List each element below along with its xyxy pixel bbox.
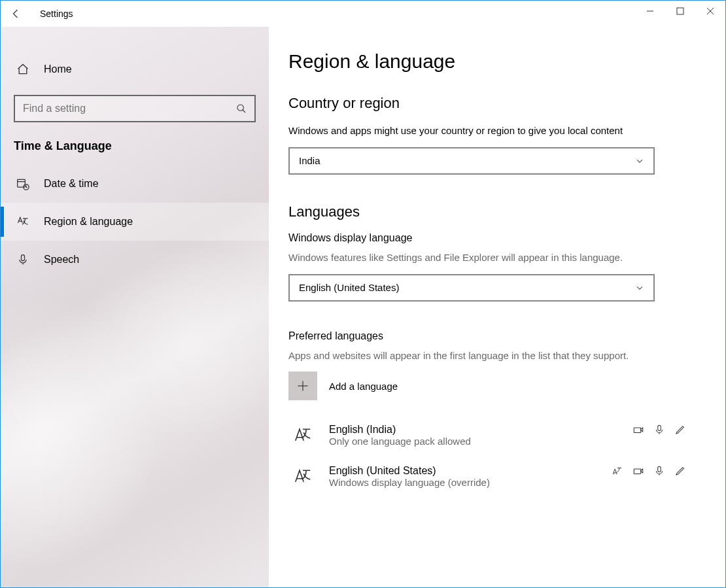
home-icon — [16, 63, 29, 76]
keyboard-feature-icon — [653, 424, 665, 436]
maximize-button[interactable] — [665, 1, 695, 22]
add-language-button[interactable]: Add a language — [288, 372, 686, 400]
country-select[interactable]: India — [288, 147, 655, 175]
display-lang-desc: Windows features like Settings and File … — [288, 251, 655, 265]
search-box[interactable] — [14, 95, 256, 122]
nav-speech[interactable]: Speech — [1, 241, 269, 279]
page-title: Region & language — [288, 50, 686, 73]
language-name: English (India) — [329, 424, 632, 436]
handwriting-feature-icon — [674, 465, 686, 477]
language-item[interactable]: English (India) Only one language pack a… — [288, 419, 686, 460]
minimize-button[interactable] — [635, 1, 665, 22]
handwriting-feature-icon — [674, 424, 686, 436]
nav-label: Speech — [44, 254, 79, 266]
speech-feature-icon — [632, 424, 644, 436]
preferred-lang-label: Preferred languages — [288, 330, 686, 342]
display-feature-icon — [612, 465, 623, 477]
chevron-down-icon — [635, 283, 644, 292]
back-button[interactable] — [1, 1, 32, 27]
svg-rect-14 — [634, 469, 641, 474]
svg-rect-1 — [677, 8, 683, 14]
preferred-lang-desc: Apps and websites will appear in the fir… — [288, 349, 655, 363]
nav-region-language[interactable]: Region & language — [1, 203, 269, 241]
country-value: India — [299, 155, 320, 166]
chevron-down-icon — [635, 156, 644, 165]
search-input[interactable] — [23, 103, 236, 114]
nav-label: Date & time — [44, 178, 99, 190]
nav-date-time[interactable]: Date & time — [1, 165, 269, 203]
svg-point-4 — [237, 105, 243, 111]
titlebar: Settings — [1, 1, 725, 27]
search-icon — [236, 103, 247, 114]
svg-rect-13 — [658, 426, 661, 431]
section-languages-heading: Languages — [288, 203, 686, 220]
svg-line-5 — [243, 110, 245, 112]
section-country-heading: Country or region — [288, 95, 686, 112]
language-glyph-icon — [288, 424, 317, 445]
language-sub: Windows display language (override) — [329, 477, 612, 488]
language-name: English (United States) — [329, 465, 612, 477]
keyboard-feature-icon — [653, 465, 665, 477]
nav-label: Region & language — [44, 216, 133, 228]
svg-rect-9 — [22, 255, 25, 261]
display-language-select[interactable]: English (United States) — [288, 274, 655, 302]
window-title: Settings — [40, 9, 73, 19]
content-area: Region & language Country or region Wind… — [269, 27, 725, 587]
country-desc: Windows and apps might use your country … — [288, 124, 655, 138]
add-language-label: Add a language — [329, 381, 398, 392]
language-item[interactable]: English (United States) Windows display … — [288, 460, 686, 501]
language-sub: Only one language pack allowed — [329, 436, 632, 447]
speech-feature-icon — [632, 465, 644, 477]
sidebar-category: Time & Language — [1, 139, 269, 153]
microphone-icon — [16, 253, 29, 266]
home-link[interactable]: Home — [1, 54, 269, 84]
plus-icon — [288, 372, 317, 400]
svg-rect-12 — [634, 428, 641, 433]
close-button[interactable] — [695, 1, 725, 22]
display-lang-label: Windows display language — [288, 232, 686, 244]
svg-rect-15 — [658, 467, 661, 472]
display-lang-value: English (United States) — [299, 282, 399, 293]
home-label: Home — [44, 63, 72, 75]
language-glyph-icon — [288, 465, 317, 486]
sidebar: Home Time & Language Date & time Region — [1, 27, 269, 587]
calendar-clock-icon — [16, 177, 29, 190]
language-icon — [16, 215, 29, 228]
